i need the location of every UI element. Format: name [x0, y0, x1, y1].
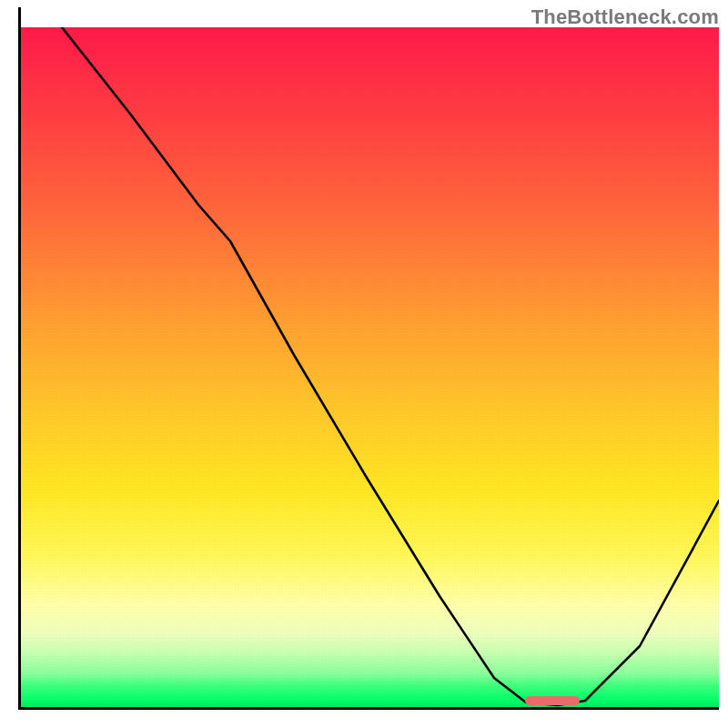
plot-area: [21, 27, 719, 707]
optimal-marker: [525, 696, 580, 705]
watermark-text: TheBottleneck.com: [531, 5, 719, 29]
x-axis: [18, 707, 719, 710]
bottleneck-chart: TheBottleneck.com: [0, 0, 728, 728]
bottleneck-curve: [21, 27, 719, 707]
